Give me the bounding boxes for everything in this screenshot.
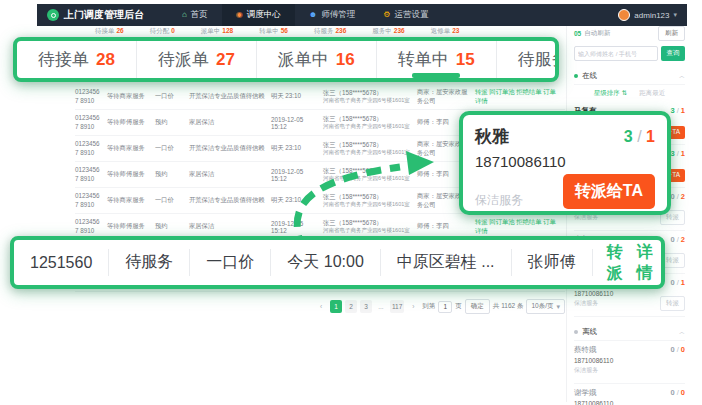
customer-address: 河南省电子商务产业园6号楼1601室 — [323, 201, 413, 208]
customer-address: 河南省电子商务产业园6号楼1601室 — [323, 175, 413, 182]
master-card[interactable]: 谢学娥 0 / 0 18710086110 保洁服务 — [574, 384, 685, 405]
master-phone: 18710086110 — [475, 153, 655, 170]
service-name: 开荒保洁专业品质值得信赖 — [189, 196, 271, 205]
online-label: 在线 — [582, 71, 597, 81]
user-name: admin123 — [634, 11, 669, 20]
customer-address: 河南省电子商务产业园6号楼1601室 — [323, 123, 413, 130]
jump-page-input[interactable] — [438, 301, 452, 313]
page-button[interactable]: 117 — [390, 300, 404, 313]
chevron-up-icon[interactable]: ︿ — [679, 328, 685, 337]
order-status: 等待商家服务 — [107, 196, 155, 205]
order-status: 等待商家服务 — [107, 92, 155, 101]
service-time: 2019-12-05 15:12 — [271, 168, 323, 182]
stat-value: 23 — [452, 27, 459, 34]
sort-by-star-link[interactable]: 星级排序 ⇅ — [594, 89, 627, 98]
transfer-button[interactable]: 转派 — [660, 296, 685, 311]
status-tab[interactable]: 待服务 99 — [497, 41, 559, 78]
main-menu: ⌂ 首页 ◉ 调度中心 ☻ 师傅管理 ⚙ 运营设置 — [168, 4, 442, 26]
status-tab[interactable]: 待接单 28 — [17, 41, 137, 78]
table-row[interactable]: 01234567 8910 等待商家服务 一口价 开荒保洁专业品质值得信赖 明天… — [75, 84, 565, 110]
master-search-input[interactable] — [574, 46, 658, 61]
service-time: 2019-12-05 15:12 — [271, 116, 323, 130]
top-navbar: 上门调度管理后台 ⌂ 首页 ◉ 调度中心 ☻ 师傅管理 ⚙ 运营设置 ad — [37, 4, 687, 26]
row-action-link[interactable]: 转派 — [607, 242, 623, 284]
stat-value: 26 — [117, 27, 124, 34]
master-detail-callout: 秋雅 3 / 1 18710086110 保洁服务 转派给TA — [459, 111, 671, 215]
page-button[interactable]: 1 — [330, 300, 342, 313]
order-ratio: 3 / 1 — [624, 128, 655, 146]
menu-item[interactable]: ⌂ 首页 — [168, 4, 222, 26]
row-cell: 一口价 — [190, 249, 271, 276]
jump-confirm-button[interactable]: 确定 — [465, 299, 490, 314]
sort-by-distance-link[interactable]: 距离最近 — [639, 89, 665, 98]
service-name: 家居保洁 — [189, 170, 271, 179]
master-name: 蔡特娥 — [574, 345, 597, 355]
service-name: 家居保洁 — [189, 222, 271, 231]
stat-label: 待分配 — [150, 27, 170, 34]
row-cell: 今天 10:00 — [271, 249, 380, 276]
tab-label: 待服务 — [518, 48, 559, 71]
app-logo-icon — [47, 9, 59, 21]
row-action-links[interactable]: 转派 回订单池 拒绝结单 订单详情 — [475, 218, 565, 236]
page-button[interactable]: ... — [375, 300, 387, 313]
app-title: 上门调度管理后台 — [64, 8, 144, 22]
chevron-up-icon[interactable]: ︿ — [679, 72, 685, 81]
offline-section-header[interactable]: 离线 ︿ — [574, 324, 685, 341]
menu-item[interactable]: ☻ 师傅管理 — [295, 4, 369, 26]
page-button[interactable]: ‹ — [315, 300, 327, 313]
page-button[interactable]: › — [407, 300, 419, 313]
order-ratio: 0 / 2 — [670, 235, 685, 245]
page-size-select[interactable]: 10条/页 ▾ — [526, 299, 565, 314]
row-actions: 转派 详情 ⋯ — [593, 242, 665, 284]
master-phone: 18710086110 — [574, 400, 685, 405]
refresh-button[interactable]: 刷新 — [658, 26, 685, 41]
order-number: 01234567 8910 — [75, 88, 107, 104]
online-section-header[interactable]: 在线 ︿ — [574, 68, 685, 85]
order-row-callout[interactable]: 1251560 待服务 一口价 今天 10:00 中原区碧桂 ... 张师傅 转… — [10, 236, 665, 289]
order-status: 等待师傅服务 — [107, 118, 155, 127]
order-number: 01234567 8910 — [75, 140, 107, 156]
row-cell: 中原区碧桂 ... — [381, 249, 512, 276]
user-menu[interactable]: admin123 ▾ — [618, 9, 677, 21]
page-button[interactable]: 3 — [360, 300, 372, 313]
master-search-button[interactable]: 查询 — [661, 46, 685, 61]
menu-item[interactable]: ⚙ 运营设置 — [369, 4, 442, 26]
page-button[interactable]: 2 — [345, 300, 357, 313]
customer-name: 张三（158****5678） — [323, 115, 413, 123]
order-ratio: 0 / 2 — [670, 192, 685, 202]
order-number: 01234567 8910 — [75, 114, 107, 130]
price-type: 预约 — [155, 222, 189, 231]
price-type: 一口价 — [155, 144, 189, 153]
menu-item[interactable]: ◉ 调度中心 — [222, 4, 295, 26]
status-tab[interactable]: 转单中 15 — [377, 41, 497, 78]
price-type: 预约 — [155, 118, 189, 127]
stat-value: 128 — [222, 27, 233, 34]
customer-address: 河南省电子商务产业园6号楼1601室 — [323, 149, 413, 156]
stat-label: 待接单 — [95, 27, 115, 34]
stat-value: 0 — [171, 27, 175, 34]
owner-cell: 师傅：李四 — [417, 222, 475, 231]
offline-master-list: 蔡特娥 0 / 0 18710086110 保洁服务 谢学娥 0 / — [574, 341, 685, 405]
tab-label: 待派单 — [158, 48, 209, 71]
order-number: 01234567 8910 — [75, 218, 107, 234]
master-card[interactable]: 蔡特娥 0 / 0 18710086110 保洁服务 — [574, 341, 685, 384]
master-service-tag: 保洁服务 — [475, 192, 523, 209]
row-action-link[interactable]: 详情 — [637, 242, 653, 284]
customer-address: 河南省电子商务产业园6号楼1601室 — [323, 227, 413, 234]
sort-row: 星级排序 ⇅ 距离最近 — [574, 85, 685, 102]
menu-icon: ◉ — [236, 11, 243, 19]
order-ratio: 3 / 1 — [670, 106, 685, 116]
menu-icon: ⌂ — [182, 11, 187, 19]
row-cell: 张师傅 — [512, 249, 593, 276]
status-tab[interactable]: 待派单 27 — [137, 41, 257, 78]
status-tab[interactable]: 派单中 16 — [257, 41, 377, 78]
row-action-links[interactable]: 转派 回订单池 拒绝结单 订单详情 — [475, 88, 565, 106]
service-time: 明天 23:10 — [271, 144, 323, 153]
customer-name: 张三（158****5678） — [323, 219, 413, 227]
master-phone: 18710086110 — [574, 357, 685, 364]
row-cells: 1251560 待服务 一口价 今天 10:00 中原区碧桂 ... 张师傅 — [14, 240, 593, 285]
customer-name: 张三（158****5678） — [323, 167, 413, 175]
menu-label: 运营设置 — [394, 9, 428, 21]
service-time: 明天 23:10 — [271, 92, 323, 101]
transfer-to-ta-button[interactable]: 转派给TA — [563, 174, 655, 209]
